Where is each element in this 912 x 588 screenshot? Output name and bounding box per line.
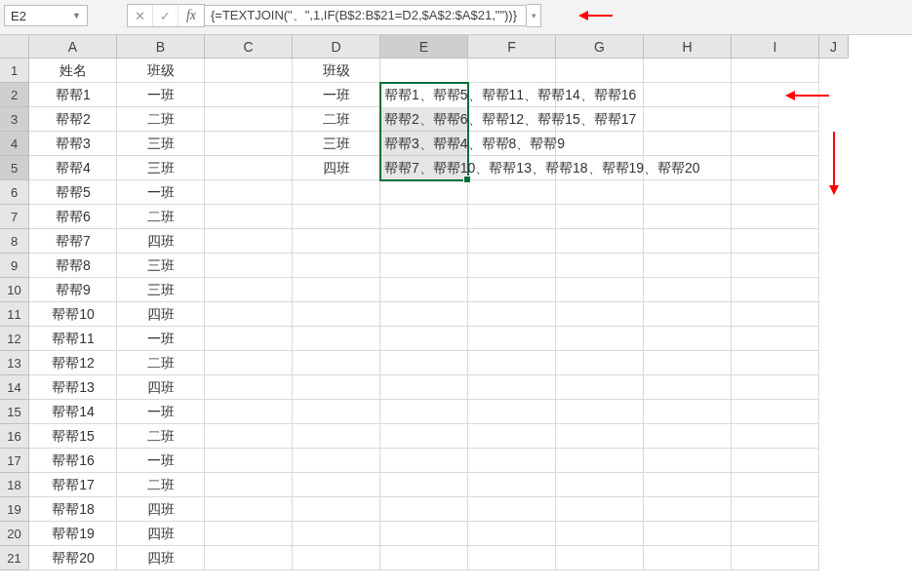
row-header-13[interactable]: 13 <box>0 351 29 375</box>
cell-F10[interactable] <box>468 278 556 302</box>
cell-D14[interactable] <box>293 375 380 400</box>
row-header-16[interactable]: 16 <box>0 424 29 449</box>
cell-C12[interactable] <box>205 327 293 351</box>
cell-F1[interactable] <box>468 59 556 83</box>
column-header-C[interactable]: C <box>205 35 293 59</box>
cell-D5[interactable] <box>293 156 380 180</box>
row-header-14[interactable]: 14 <box>0 375 29 400</box>
cell-F13[interactable] <box>468 351 556 375</box>
cell-H15[interactable] <box>644 400 732 424</box>
cell-F21[interactable] <box>468 546 556 570</box>
cell-E2[interactable] <box>380 83 468 107</box>
cell-F3[interactable] <box>468 107 556 132</box>
cell-I9[interactable] <box>732 254 819 278</box>
cell-E20[interactable] <box>380 522 468 546</box>
cell-G12[interactable] <box>556 327 644 351</box>
cell-E15[interactable] <box>380 400 468 424</box>
cell-D19[interactable] <box>293 497 380 522</box>
cell-E5[interactable] <box>380 156 468 180</box>
cell-A6[interactable] <box>29 180 117 205</box>
cell-G10[interactable] <box>556 278 644 302</box>
cell-B19[interactable] <box>117 497 205 522</box>
cell-D1[interactable] <box>293 59 380 83</box>
row-header-11[interactable]: 11 <box>0 302 29 327</box>
cell-D3[interactable] <box>293 107 380 132</box>
column-header-A[interactable]: A <box>29 35 117 59</box>
cell-B16[interactable] <box>117 424 205 449</box>
cell-C16[interactable] <box>205 424 293 449</box>
cell-C6[interactable] <box>205 180 293 205</box>
cell-H7[interactable] <box>644 205 732 229</box>
cell-A8[interactable] <box>29 229 117 254</box>
cell-B3[interactable] <box>117 107 205 132</box>
column-header-E[interactable]: E <box>380 35 468 59</box>
cell-G7[interactable] <box>556 205 644 229</box>
cell-D15[interactable] <box>293 400 380 424</box>
cell-C15[interactable] <box>205 400 293 424</box>
cell-A19[interactable] <box>29 497 117 522</box>
cell-E7[interactable] <box>380 205 468 229</box>
cell-C18[interactable] <box>205 473 293 497</box>
cell-B14[interactable] <box>117 375 205 400</box>
cell-H12[interactable] <box>644 327 732 351</box>
column-header-F[interactable]: F <box>468 35 556 59</box>
cell-E13[interactable] <box>380 351 468 375</box>
cell-H5[interactable] <box>644 156 732 180</box>
cell-A20[interactable] <box>29 522 117 546</box>
cell-H1[interactable] <box>644 59 732 83</box>
cell-C7[interactable] <box>205 205 293 229</box>
cell-A2[interactable] <box>29 83 117 107</box>
cell-E16[interactable] <box>380 424 468 449</box>
cell-D17[interactable] <box>293 449 380 473</box>
cell-H9[interactable] <box>644 254 732 278</box>
cell-F4[interactable] <box>468 132 556 156</box>
cell-F20[interactable] <box>468 522 556 546</box>
cell-B18[interactable] <box>117 473 205 497</box>
cell-E14[interactable] <box>380 375 468 400</box>
cell-E11[interactable] <box>380 302 468 327</box>
cell-I18[interactable] <box>732 473 819 497</box>
cell-C2[interactable] <box>205 83 293 107</box>
cell-C10[interactable] <box>205 278 293 302</box>
cell-A1[interactable] <box>29 59 117 83</box>
cell-D12[interactable] <box>293 327 380 351</box>
cell-D16[interactable] <box>293 424 380 449</box>
row-header-15[interactable]: 15 <box>0 400 29 424</box>
cell-F18[interactable] <box>468 473 556 497</box>
cell-H11[interactable] <box>644 302 732 327</box>
row-header-8[interactable]: 8 <box>0 229 29 254</box>
cell-B2[interactable] <box>117 83 205 107</box>
cell-A15[interactable] <box>29 400 117 424</box>
cell-I12[interactable] <box>732 327 819 351</box>
cell-B21[interactable] <box>117 546 205 570</box>
cell-E9[interactable] <box>380 254 468 278</box>
cell-E4[interactable] <box>380 132 468 156</box>
cell-A3[interactable] <box>29 107 117 132</box>
cell-F6[interactable] <box>468 180 556 205</box>
row-header-2[interactable]: 2 <box>0 83 29 107</box>
cell-H4[interactable] <box>644 132 732 156</box>
cell-B12[interactable] <box>117 327 205 351</box>
cell-I11[interactable] <box>732 302 819 327</box>
formula-bar-expand-icon[interactable]: ▾ <box>527 4 541 27</box>
cell-D7[interactable] <box>293 205 380 229</box>
cell-E19[interactable] <box>380 497 468 522</box>
cell-E6[interactable] <box>380 180 468 205</box>
cell-I6[interactable] <box>732 180 819 205</box>
cell-H17[interactable] <box>644 449 732 473</box>
row-header-4[interactable]: 4 <box>0 132 29 156</box>
column-header-H[interactable]: H <box>644 35 732 59</box>
cell-I10[interactable] <box>732 278 819 302</box>
spreadsheet-grid[interactable]: ABCDEFGHIJ 12345678910111213141516171819… <box>0 35 912 588</box>
chevron-down-icon[interactable]: ▼ <box>72 11 81 20</box>
cell-I4[interactable] <box>732 132 819 156</box>
cell-A21[interactable] <box>29 546 117 570</box>
cell-B20[interactable] <box>117 522 205 546</box>
cell-I5[interactable] <box>732 156 819 180</box>
cell-F15[interactable] <box>468 400 556 424</box>
cell-C20[interactable] <box>205 522 293 546</box>
cell-H8[interactable] <box>644 229 732 254</box>
cell-B5[interactable] <box>117 156 205 180</box>
cell-I17[interactable] <box>732 449 819 473</box>
cell-B15[interactable] <box>117 400 205 424</box>
